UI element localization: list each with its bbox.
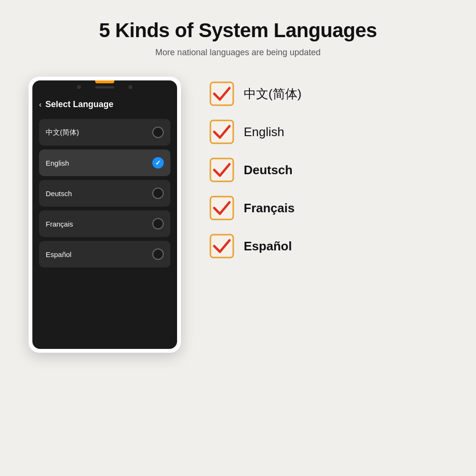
tablet-device: ‹ Select Language 中文(简体) English Deutsch: [29, 77, 181, 353]
list-label-chinese: 中文(简体): [244, 86, 301, 102]
radio-francais: [152, 218, 164, 229]
lang-item-francais[interactable]: Français: [39, 210, 170, 237]
lang-item-espanol[interactable]: Español: [39, 241, 170, 268]
list-item-espanol: Español: [209, 234, 447, 258]
list-item-chinese: 中文(简体): [209, 81, 447, 106]
tablet-wrapper: ‹ Select Language 中文(简体) English Deutsch: [29, 77, 181, 353]
tablet-speaker: [95, 86, 114, 89]
radio-english: [152, 157, 164, 169]
tablet-camera: [77, 85, 81, 89]
list-label-english: English: [244, 125, 284, 139]
radio-chinese: [152, 127, 164, 138]
screen-content: ‹ Select Language 中文(简体) English Deutsch: [32, 92, 177, 349]
lang-name-deutsch: Deutsch: [46, 189, 72, 198]
back-arrow-icon[interactable]: ‹: [39, 100, 41, 109]
radio-espanol: [152, 248, 164, 260]
checkbox-francais-icon: [209, 196, 234, 220]
lang-name-espanol: Español: [46, 250, 71, 258]
checkbox-deutsch-icon: [209, 158, 234, 182]
checkbox-english-icon: [209, 119, 234, 144]
lang-name-francais: Français: [46, 220, 73, 228]
page-subtitle: More national languages are being update…: [155, 48, 320, 58]
languages-list: 中文(简体) English Deutsch: [209, 77, 447, 258]
tablet-top-bar: [32, 80, 177, 92]
list-label-francais: Français: [244, 201, 295, 216]
lang-item-english[interactable]: English: [39, 149, 170, 176]
list-item-deutsch: Deutsch: [209, 158, 447, 182]
list-item-english: English: [209, 119, 447, 144]
lang-item-deutsch[interactable]: Deutsch: [39, 180, 170, 207]
list-label-espanol: Español: [244, 239, 292, 254]
screen-header: ‹ Select Language: [39, 99, 170, 109]
tablet-screen: ‹ Select Language 中文(简体) English Deutsch: [32, 80, 177, 349]
checkbox-chinese-icon: [209, 81, 234, 106]
lang-item-chinese[interactable]: 中文(简体): [39, 119, 170, 146]
tablet-camera-right: [129, 85, 132, 89]
radio-deutsch: [152, 188, 164, 199]
list-item-francais: Français: [209, 196, 447, 220]
content-area: ‹ Select Language 中文(简体) English Deutsch: [0, 77, 476, 353]
checkbox-espanol-icon: [209, 234, 234, 258]
lang-name-english: English: [46, 159, 69, 167]
screen-title: Select Language: [45, 99, 113, 109]
lang-name-chinese: 中文(简体): [46, 128, 79, 137]
tablet-orange-btn: [95, 80, 114, 83]
list-label-deutsch: Deutsch: [244, 163, 293, 178]
page-title: 5 Kinds of System Languages: [99, 19, 377, 42]
